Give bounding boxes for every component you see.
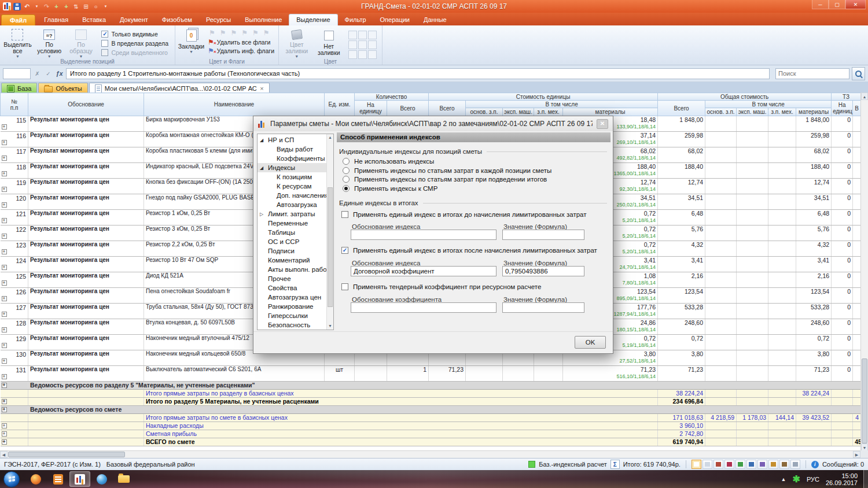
bookmarks-button[interactable]: 0 Закладки▼ bbox=[177, 27, 205, 58]
qat-edit-table-icon[interactable]: ⊞ bbox=[82, 2, 90, 11]
tray-expand-icon[interactable]: ▲ bbox=[781, 476, 786, 482]
scroll-thumb[interactable] bbox=[862, 358, 867, 443]
dialog-tree-item[interactable]: Автозагрузка bbox=[258, 200, 326, 209]
taskbar-grand-smeta-icon[interactable] bbox=[69, 471, 90, 487]
close-button[interactable]: ✕ bbox=[845, 0, 866, 9]
ok-button[interactable]: OK bbox=[575, 336, 606, 349]
scroll-right-icon[interactable]: ▶ bbox=[853, 451, 860, 458]
dialog-tree-item[interactable]: Автозагрузка цен bbox=[258, 293, 326, 302]
totals-row[interactable]: +Сметная прибыль2 742,80 bbox=[1, 430, 861, 438]
fill-color-button[interactable]: Цвет заливки▼ bbox=[281, 27, 313, 58]
checkbox-icon[interactable] bbox=[341, 283, 348, 290]
dialog-close-icon[interactable]: ✕ bbox=[597, 119, 608, 129]
ribbon-tab-Файл[interactable]: Файл bbox=[1, 14, 35, 25]
no-fill-button[interactable]: Нет заливки bbox=[313, 27, 345, 58]
tree-scrollbar[interactable]: ▲ ▼ bbox=[326, 134, 333, 330]
color-swatch[interactable] bbox=[348, 31, 357, 39]
row-expander-icon[interactable]: + bbox=[2, 249, 7, 254]
color-swatch[interactable] bbox=[368, 31, 377, 39]
row-expander-icon[interactable]: + bbox=[2, 187, 7, 192]
checkbox-icon[interactable] bbox=[101, 49, 108, 56]
dialog-tree-item[interactable]: К ресурсам bbox=[258, 182, 326, 191]
row-expander-icon[interactable]: + bbox=[2, 202, 7, 208]
radio-option[interactable]: Применять индексы по статьям затрат в ка… bbox=[343, 167, 551, 174]
dialog-tree-item[interactable]: ▷Лимит. затраты bbox=[258, 209, 326, 219]
qat-save-icon[interactable] bbox=[13, 3, 21, 10]
row-expander-icon[interactable]: + bbox=[2, 140, 7, 145]
resource-section-row[interactable]: +Ведомость ресурсов по разделу 5 "Матери… bbox=[1, 382, 861, 390]
radio-icon[interactable] bbox=[343, 185, 350, 192]
row-expander-icon[interactable]: + bbox=[2, 343, 7, 348]
dialog-tree-item[interactable]: Акты выполн. работ bbox=[258, 265, 326, 274]
ribbon-checkbox[interactable]: В пределах раздела bbox=[101, 40, 168, 47]
dialog-tree-item[interactable]: ◢Индексы bbox=[258, 163, 326, 172]
function-icon[interactable]: ƒx bbox=[55, 70, 64, 77]
color-swatch[interactable] bbox=[368, 40, 377, 49]
dialog-tree-item[interactable]: ◢НР и СП bbox=[258, 135, 326, 145]
row-expander-icon[interactable]: + bbox=[2, 374, 7, 379]
estimate-row[interactable]: 131+Результат мониторинга ценВыключатель… bbox=[1, 366, 861, 382]
view-mode-icon[interactable] bbox=[790, 460, 800, 469]
view-mode-icon[interactable] bbox=[768, 460, 778, 469]
dialog-tree-item[interactable]: Подписи bbox=[258, 246, 326, 256]
row-expander-icon[interactable]: + bbox=[2, 439, 7, 445]
collapse-icon[interactable]: ◢ bbox=[260, 165, 263, 171]
totals-row[interactable]: Итого прямые затраты по смете в базисных… bbox=[1, 414, 861, 422]
select-all-button[interactable]: Выделить все▼ bbox=[2, 27, 34, 58]
index-justification-input-2[interactable] bbox=[351, 266, 496, 276]
radio-icon[interactable] bbox=[343, 158, 350, 165]
qat-app-logo-icon[interactable] bbox=[3, 2, 11, 10]
totals-row[interactable]: +Накладные расходы3 960,10 bbox=[1, 422, 861, 430]
color-swatch[interactable] bbox=[348, 50, 357, 59]
color-swatch[interactable] bbox=[368, 50, 377, 59]
index-value-input-2[interactable] bbox=[502, 266, 584, 276]
row-expander-icon[interactable]: + bbox=[2, 265, 7, 270]
show-desktop-button[interactable] bbox=[863, 470, 868, 488]
scroll-down-icon[interactable]: ▼ bbox=[327, 323, 333, 330]
ribbon-tab-Выполнение[interactable]: Выполнение bbox=[238, 14, 289, 25]
scroll-up-icon[interactable]: ▲ bbox=[861, 93, 868, 100]
language-indicator[interactable]: РУС bbox=[807, 476, 819, 483]
row-expander-icon[interactable]: + bbox=[2, 124, 7, 130]
name-box[interactable] bbox=[3, 68, 31, 79]
qat-undo-icon[interactable]: ↶ bbox=[23, 2, 31, 11]
flag-color-icon[interactable]: ⚑ bbox=[263, 29, 270, 37]
view-mode-icon[interactable] bbox=[746, 460, 756, 469]
totals-row[interactable]: +Итого по разделу 5 Материалы, не учтенн… bbox=[1, 398, 861, 406]
tray-app-icon[interactable]: ✱ bbox=[793, 475, 800, 483]
checkbox-icon[interactable] bbox=[101, 40, 108, 47]
row-expander-icon[interactable]: + bbox=[2, 431, 7, 437]
section-expander-icon[interactable]: + bbox=[2, 407, 7, 412]
row-expander-icon[interactable]: + bbox=[2, 234, 7, 239]
flag-color-icon[interactable]: ⚑ bbox=[220, 29, 226, 37]
scroll-thumb[interactable] bbox=[328, 187, 333, 307]
flag-color-icon[interactable]: ⚑ bbox=[231, 29, 237, 37]
flag-color-icon[interactable]: ⚑ bbox=[209, 29, 215, 37]
qat-add-position-icon[interactable]: + bbox=[53, 2, 60, 11]
apply-tender-coefficient-checkbox[interactable]: Применять тендерный коэффициент при ресу… bbox=[341, 283, 541, 290]
checkbox-icon[interactable] bbox=[341, 211, 348, 218]
color-swatch[interactable] bbox=[358, 31, 367, 39]
select-by-sample-button[interactable]: По образцу▼ bbox=[65, 27, 97, 58]
vertical-scrollbar[interactable]: ▲ ▼ bbox=[860, 93, 868, 451]
color-swatch[interactable] bbox=[358, 50, 367, 59]
dialog-tree-item[interactable]: К позициям bbox=[258, 172, 326, 182]
delete-info-flags-button[interactable]: ⚑ Удалить инф. флаги bbox=[208, 47, 274, 54]
delete-all-flags-button[interactable]: ⚑ Удалить все флаги bbox=[208, 39, 274, 46]
totals-row[interactable]: Итого прямые затраты по разделу в базисн… bbox=[1, 390, 861, 398]
radio-icon[interactable] bbox=[343, 167, 350, 174]
taskbar-explorer-icon[interactable] bbox=[113, 471, 134, 487]
horizontal-scrollbar[interactable]: ◀ ▶ bbox=[0, 450, 860, 458]
dialog-tree-item[interactable]: Доп. начисления bbox=[258, 191, 326, 200]
scroll-left-icon[interactable]: ◀ bbox=[0, 451, 8, 458]
flag-color-icon[interactable]: ⚑ bbox=[241, 29, 248, 37]
start-button[interactable] bbox=[3, 471, 20, 487]
index-justification-input-1[interactable] bbox=[351, 230, 496, 240]
ribbon-checkbox[interactable]: ✓Только видимые bbox=[101, 31, 168, 38]
search-input[interactable] bbox=[775, 68, 849, 79]
checkbox-checked-icon[interactable]: ✓ bbox=[341, 247, 348, 254]
search-button[interactable] bbox=[852, 67, 865, 80]
checkbox-icon[interactable]: ✓ bbox=[101, 31, 108, 38]
radio-icon[interactable] bbox=[343, 176, 350, 183]
dialog-tree-item[interactable]: Безопасность bbox=[258, 320, 326, 330]
